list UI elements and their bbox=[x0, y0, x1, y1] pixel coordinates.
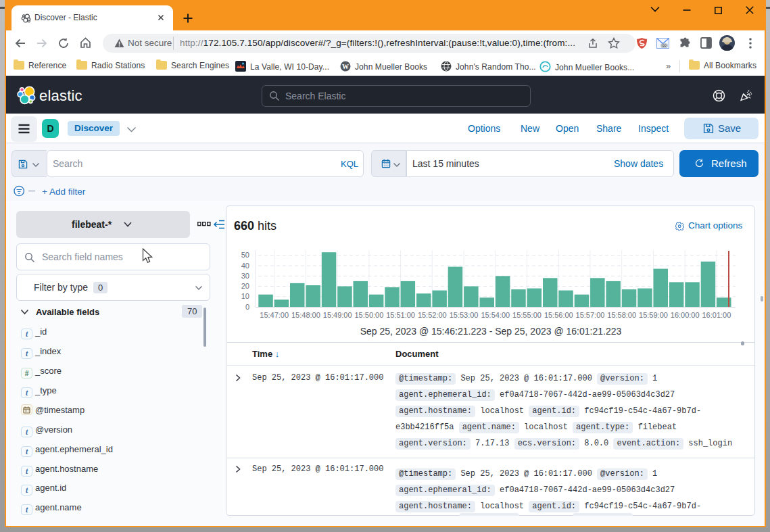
svg-text:15:54:00: 15:54:00 bbox=[481, 311, 510, 319]
svg-text:15:51:00: 15:51:00 bbox=[386, 311, 415, 319]
svg-text:15:57:00: 15:57:00 bbox=[576, 311, 605, 319]
svg-text:15:55:00: 15:55:00 bbox=[512, 311, 542, 319]
svg-text:20: 20 bbox=[241, 282, 249, 290]
svg-text:40: 40 bbox=[241, 262, 249, 270]
svg-text:15:49:00: 15:49:00 bbox=[323, 311, 352, 319]
svg-text:15:59:00: 15:59:00 bbox=[639, 311, 668, 319]
svg-text:50: 50 bbox=[241, 251, 249, 259]
svg-text:30: 30 bbox=[241, 272, 249, 280]
svg-text:15:56:00: 15:56:00 bbox=[544, 311, 573, 319]
svg-text:10: 10 bbox=[241, 292, 249, 300]
svg-text:15:58:00: 15:58:00 bbox=[607, 311, 636, 319]
svg-text:15:53:00: 15:53:00 bbox=[450, 311, 479, 319]
svg-text:15:52:00: 15:52:00 bbox=[418, 311, 447, 319]
svg-text:W: W bbox=[342, 63, 349, 70]
svg-text:0: 0 bbox=[245, 303, 249, 311]
svg-text:15:50:00: 15:50:00 bbox=[354, 311, 383, 319]
svg-text:15:48:00: 15:48:00 bbox=[291, 311, 320, 319]
svg-text:16:01:00: 16:01:00 bbox=[702, 311, 731, 319]
svg-text:15:47:00: 15:47:00 bbox=[260, 311, 289, 319]
svg-text:16:00:00: 16:00:00 bbox=[671, 311, 700, 319]
